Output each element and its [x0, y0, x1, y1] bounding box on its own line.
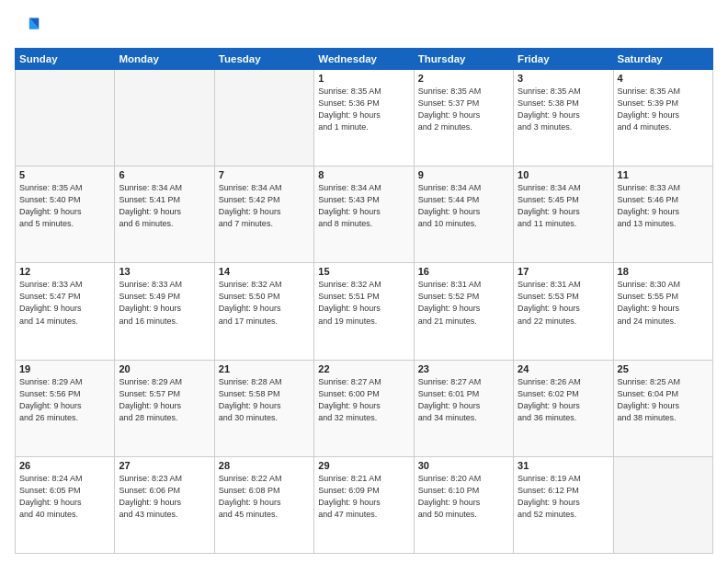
calendar-cell — [115, 70, 214, 167]
day-info: Sunrise: 8:19 AM Sunset: 6:12 PM Dayligh… — [518, 473, 609, 521]
day-number: 11 — [618, 169, 709, 180]
calendar-cell: 26Sunrise: 8:24 AM Sunset: 6:05 PM Dayli… — [16, 456, 115, 553]
day-number: 18 — [618, 266, 709, 277]
day-info: Sunrise: 8:34 AM Sunset: 5:41 PM Dayligh… — [119, 182, 210, 230]
day-number: 22 — [318, 363, 409, 374]
calendar-header-thursday: Thursday — [414, 49, 513, 70]
calendar-cell: 9Sunrise: 8:34 AM Sunset: 5:44 PM Daylig… — [414, 167, 513, 263]
day-number: 28 — [219, 460, 310, 471]
calendar-cell: 31Sunrise: 8:19 AM Sunset: 6:12 PM Dayli… — [514, 456, 613, 553]
day-info: Sunrise: 8:31 AM Sunset: 5:52 PM Dayligh… — [418, 279, 509, 327]
calendar-header-row: SundayMondayTuesdayWednesdayThursdayFrid… — [16, 49, 713, 70]
calendar-cell: 23Sunrise: 8:27 AM Sunset: 6:01 PM Dayli… — [414, 360, 513, 456]
day-info: Sunrise: 8:21 AM Sunset: 6:09 PM Dayligh… — [318, 473, 409, 521]
day-info: Sunrise: 8:22 AM Sunset: 6:08 PM Dayligh… — [219, 473, 310, 521]
day-info: Sunrise: 8:34 AM Sunset: 5:43 PM Dayligh… — [318, 182, 409, 230]
day-number: 16 — [418, 266, 509, 277]
day-info: Sunrise: 8:24 AM Sunset: 6:05 PM Dayligh… — [19, 473, 110, 521]
calendar-week-row: 26Sunrise: 8:24 AM Sunset: 6:05 PM Dayli… — [16, 456, 713, 553]
calendar-cell: 27Sunrise: 8:23 AM Sunset: 6:06 PM Dayli… — [115, 456, 214, 553]
day-info: Sunrise: 8:32 AM Sunset: 5:50 PM Dayligh… — [219, 279, 310, 327]
calendar-cell: 8Sunrise: 8:34 AM Sunset: 5:43 PM Daylig… — [314, 167, 414, 263]
calendar-cell: 11Sunrise: 8:33 AM Sunset: 5:46 PM Dayli… — [613, 167, 712, 263]
day-number: 23 — [418, 363, 509, 374]
day-number: 31 — [518, 460, 609, 471]
calendar-cell: 28Sunrise: 8:22 AM Sunset: 6:08 PM Dayli… — [214, 456, 313, 553]
day-number: 20 — [119, 363, 210, 374]
calendar-cell: 17Sunrise: 8:31 AM Sunset: 5:53 PM Dayli… — [514, 263, 613, 360]
calendar-cell: 1Sunrise: 8:35 AM Sunset: 5:36 PM Daylig… — [314, 70, 414, 167]
day-info: Sunrise: 8:34 AM Sunset: 5:45 PM Dayligh… — [518, 182, 609, 230]
day-number: 9 — [418, 169, 509, 180]
calendar-header-friday: Friday — [514, 49, 613, 70]
day-info: Sunrise: 8:29 AM Sunset: 5:56 PM Dayligh… — [19, 376, 110, 424]
calendar-cell: 2Sunrise: 8:35 AM Sunset: 5:37 PM Daylig… — [414, 70, 513, 167]
header — [15, 15, 713, 40]
calendar-cell: 19Sunrise: 8:29 AM Sunset: 5:56 PM Dayli… — [16, 360, 115, 456]
calendar-table: SundayMondayTuesdayWednesdayThursdayFrid… — [15, 48, 713, 554]
calendar-week-row: 12Sunrise: 8:33 AM Sunset: 5:47 PM Dayli… — [16, 263, 713, 360]
day-info: Sunrise: 8:33 AM Sunset: 5:46 PM Dayligh… — [618, 182, 709, 230]
calendar-cell: 4Sunrise: 8:35 AM Sunset: 5:39 PM Daylig… — [613, 70, 712, 167]
calendar-cell — [16, 70, 115, 167]
calendar-cell — [214, 70, 313, 167]
calendar-cell: 7Sunrise: 8:34 AM Sunset: 5:42 PM Daylig… — [214, 167, 313, 263]
day-info: Sunrise: 8:35 AM Sunset: 5:36 PM Dayligh… — [318, 86, 409, 133]
calendar-cell: 13Sunrise: 8:33 AM Sunset: 5:49 PM Dayli… — [115, 263, 214, 360]
day-number: 14 — [219, 266, 310, 277]
calendar-cell: 18Sunrise: 8:30 AM Sunset: 5:55 PM Dayli… — [613, 263, 712, 360]
calendar-cell — [613, 456, 712, 553]
calendar-header-saturday: Saturday — [613, 49, 712, 70]
calendar-week-row: 19Sunrise: 8:29 AM Sunset: 5:56 PM Dayli… — [16, 360, 713, 456]
day-number: 10 — [518, 169, 609, 180]
day-info: Sunrise: 8:28 AM Sunset: 5:58 PM Dayligh… — [219, 376, 310, 424]
page: SundayMondayTuesdayWednesdayThursdayFrid… — [0, 0, 728, 563]
day-number: 15 — [318, 266, 409, 277]
calendar-cell: 16Sunrise: 8:31 AM Sunset: 5:52 PM Dayli… — [414, 263, 513, 360]
day-number: 4 — [618, 73, 709, 84]
day-number: 2 — [418, 73, 509, 84]
day-info: Sunrise: 8:35 AM Sunset: 5:37 PM Dayligh… — [418, 86, 509, 133]
calendar-cell: 29Sunrise: 8:21 AM Sunset: 6:09 PM Dayli… — [314, 456, 414, 553]
day-number: 24 — [518, 363, 609, 374]
calendar-header-monday: Monday — [115, 49, 214, 70]
day-info: Sunrise: 8:33 AM Sunset: 5:47 PM Dayligh… — [19, 279, 110, 327]
day-number: 3 — [518, 73, 609, 84]
day-number: 1 — [318, 73, 409, 84]
calendar-cell: 30Sunrise: 8:20 AM Sunset: 6:10 PM Dayli… — [414, 456, 513, 553]
logo-icon — [15, 15, 40, 40]
calendar-header-wednesday: Wednesday — [314, 49, 414, 70]
day-number: 29 — [318, 460, 409, 471]
calendar-cell: 24Sunrise: 8:26 AM Sunset: 6:02 PM Dayli… — [514, 360, 613, 456]
day-info: Sunrise: 8:35 AM Sunset: 5:40 PM Dayligh… — [19, 182, 110, 230]
day-info: Sunrise: 8:25 AM Sunset: 6:04 PM Dayligh… — [618, 376, 709, 424]
day-info: Sunrise: 8:27 AM Sunset: 6:00 PM Dayligh… — [318, 376, 409, 424]
day-info: Sunrise: 8:29 AM Sunset: 5:57 PM Dayligh… — [119, 376, 210, 424]
calendar-cell: 3Sunrise: 8:35 AM Sunset: 5:38 PM Daylig… — [514, 70, 613, 167]
day-info: Sunrise: 8:35 AM Sunset: 5:39 PM Dayligh… — [618, 86, 709, 133]
day-number: 19 — [19, 363, 110, 374]
day-number: 12 — [19, 266, 110, 277]
day-info: Sunrise: 8:34 AM Sunset: 5:44 PM Dayligh… — [418, 182, 509, 230]
logo — [15, 15, 44, 40]
calendar-cell: 14Sunrise: 8:32 AM Sunset: 5:50 PM Dayli… — [214, 263, 313, 360]
calendar-cell: 5Sunrise: 8:35 AM Sunset: 5:40 PM Daylig… — [16, 167, 115, 263]
day-number: 27 — [119, 460, 210, 471]
day-number: 13 — [119, 266, 210, 277]
calendar-cell: 22Sunrise: 8:27 AM Sunset: 6:00 PM Dayli… — [314, 360, 414, 456]
day-info: Sunrise: 8:34 AM Sunset: 5:42 PM Dayligh… — [219, 182, 310, 230]
day-number: 21 — [219, 363, 310, 374]
day-info: Sunrise: 8:23 AM Sunset: 6:06 PM Dayligh… — [119, 473, 210, 521]
day-info: Sunrise: 8:33 AM Sunset: 5:49 PM Dayligh… — [119, 279, 210, 327]
day-number: 17 — [518, 266, 609, 277]
calendar-cell: 6Sunrise: 8:34 AM Sunset: 5:41 PM Daylig… — [115, 167, 214, 263]
day-info: Sunrise: 8:31 AM Sunset: 5:53 PM Dayligh… — [518, 279, 609, 327]
day-info: Sunrise: 8:26 AM Sunset: 6:02 PM Dayligh… — [518, 376, 609, 424]
day-info: Sunrise: 8:27 AM Sunset: 6:01 PM Dayligh… — [418, 376, 509, 424]
day-number: 25 — [618, 363, 709, 374]
calendar-header-tuesday: Tuesday — [214, 49, 313, 70]
calendar-cell: 15Sunrise: 8:32 AM Sunset: 5:51 PM Dayli… — [314, 263, 414, 360]
calendar-week-row: 1Sunrise: 8:35 AM Sunset: 5:36 PM Daylig… — [16, 70, 713, 167]
day-number: 5 — [19, 169, 110, 180]
day-number: 7 — [219, 169, 310, 180]
